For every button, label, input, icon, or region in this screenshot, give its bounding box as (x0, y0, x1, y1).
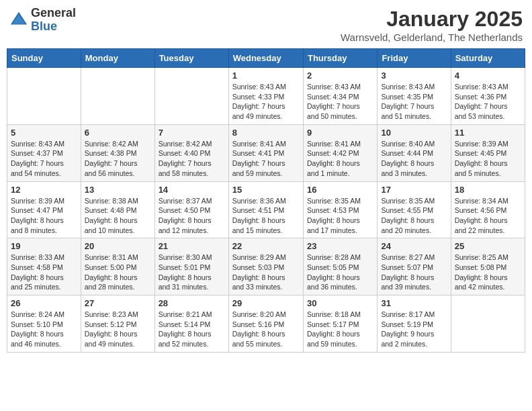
location-subtitle: Warnsveld, Gelderland, The Netherlands (341, 32, 523, 43)
day-number: 24 (381, 241, 447, 251)
month-year-title: January 2025 (341, 7, 523, 32)
calendar-header: SundayMondayTuesdayWednesdayThursdayFrid… (7, 49, 525, 68)
page-header: General Blue January 2025 Warnsveld, Gel… (7, 7, 525, 43)
calendar-cell: 19Sunrise: 8:33 AM Sunset: 4:58 PM Dayli… (7, 238, 81, 295)
day-number: 23 (307, 241, 373, 251)
day-info: Sunrise: 8:29 AM Sunset: 5:03 PM Dayligh… (232, 253, 300, 292)
day-info: Sunrise: 8:43 AM Sunset: 4:36 PM Dayligh… (455, 82, 521, 122)
calendar-cell: 8Sunrise: 8:41 AM Sunset: 4:41 PM Daylig… (228, 124, 303, 181)
calendar-cell: 10Sunrise: 8:40 AM Sunset: 4:44 PM Dayli… (378, 124, 451, 181)
day-info: Sunrise: 8:37 AM Sunset: 4:50 PM Dayligh… (159, 196, 225, 236)
calendar-cell: 5Sunrise: 8:43 AM Sunset: 4:37 PM Daylig… (7, 124, 81, 181)
calendar-cell (451, 295, 525, 353)
day-info: Sunrise: 8:25 AM Sunset: 5:08 PM Dayligh… (455, 253, 521, 292)
calendar-cell: 25Sunrise: 8:25 AM Sunset: 5:08 PM Dayli… (451, 238, 525, 295)
logo-general-text: General (31, 7, 76, 20)
calendar-cell: 24Sunrise: 8:27 AM Sunset: 5:07 PM Dayli… (378, 238, 451, 295)
calendar-cell (154, 68, 228, 125)
day-info: Sunrise: 8:23 AM Sunset: 5:12 PM Dayligh… (85, 310, 151, 349)
day-number: 2 (307, 71, 373, 81)
calendar-cell: 6Sunrise: 8:42 AM Sunset: 4:38 PM Daylig… (81, 124, 154, 181)
calendar-cell: 20Sunrise: 8:31 AM Sunset: 5:00 PM Dayli… (81, 238, 154, 295)
weekday-header-wednesday: Wednesday (228, 49, 303, 68)
calendar-cell: 12Sunrise: 8:39 AM Sunset: 4:47 PM Dayli… (7, 181, 81, 238)
day-number: 4 (455, 71, 521, 81)
day-number: 19 (11, 241, 77, 251)
calendar-cell: 30Sunrise: 8:18 AM Sunset: 5:17 PM Dayli… (303, 295, 377, 353)
calendar-cell: 16Sunrise: 8:35 AM Sunset: 4:53 PM Dayli… (303, 181, 377, 238)
calendar-cell: 11Sunrise: 8:39 AM Sunset: 4:45 PM Dayli… (451, 124, 525, 181)
calendar-cell: 29Sunrise: 8:20 AM Sunset: 5:16 PM Dayli… (228, 295, 303, 353)
day-info: Sunrise: 8:35 AM Sunset: 4:53 PM Dayligh… (307, 196, 373, 236)
day-number: 27 (85, 298, 151, 308)
day-number: 10 (381, 128, 447, 138)
logo: General Blue (9, 7, 76, 34)
day-number: 30 (307, 298, 373, 308)
day-number: 3 (381, 71, 447, 81)
day-info: Sunrise: 8:28 AM Sunset: 5:05 PM Dayligh… (307, 253, 373, 292)
day-number: 13 (85, 185, 151, 195)
calendar-table: SundayMondayTuesdayWednesdayThursdayFrid… (7, 48, 525, 353)
day-info: Sunrise: 8:42 AM Sunset: 4:40 PM Dayligh… (159, 139, 225, 179)
calendar-cell: 15Sunrise: 8:36 AM Sunset: 4:51 PM Dayli… (228, 181, 303, 238)
day-info: Sunrise: 8:27 AM Sunset: 5:07 PM Dayligh… (381, 253, 447, 292)
calendar-week-row: 1Sunrise: 8:43 AM Sunset: 4:33 PM Daylig… (7, 68, 525, 125)
day-info: Sunrise: 8:40 AM Sunset: 4:44 PM Dayligh… (381, 139, 447, 179)
calendar-cell: 13Sunrise: 8:38 AM Sunset: 4:48 PM Dayli… (81, 181, 154, 238)
day-number: 20 (85, 241, 151, 251)
day-number: 9 (307, 128, 373, 138)
calendar-cell: 31Sunrise: 8:17 AM Sunset: 5:19 PM Dayli… (378, 295, 451, 353)
day-number: 31 (381, 298, 447, 308)
day-number: 22 (232, 241, 300, 251)
calendar-week-row: 12Sunrise: 8:39 AM Sunset: 4:47 PM Dayli… (7, 181, 525, 238)
calendar-cell: 3Sunrise: 8:43 AM Sunset: 4:35 PM Daylig… (378, 68, 451, 125)
day-info: Sunrise: 8:20 AM Sunset: 5:16 PM Dayligh… (232, 310, 300, 349)
day-info: Sunrise: 8:42 AM Sunset: 4:38 PM Dayligh… (85, 139, 151, 179)
calendar-cell: 14Sunrise: 8:37 AM Sunset: 4:50 PM Dayli… (154, 181, 228, 238)
calendar-cell: 18Sunrise: 8:34 AM Sunset: 4:56 PM Dayli… (451, 181, 525, 238)
calendar-week-row: 5Sunrise: 8:43 AM Sunset: 4:37 PM Daylig… (7, 124, 525, 181)
day-info: Sunrise: 8:43 AM Sunset: 4:37 PM Dayligh… (11, 139, 77, 179)
calendar-cell: 1Sunrise: 8:43 AM Sunset: 4:33 PM Daylig… (228, 68, 303, 125)
day-info: Sunrise: 8:43 AM Sunset: 4:33 PM Dayligh… (232, 82, 300, 122)
calendar-cell: 2Sunrise: 8:43 AM Sunset: 4:34 PM Daylig… (303, 68, 377, 125)
day-info: Sunrise: 8:39 AM Sunset: 4:47 PM Dayligh… (11, 196, 77, 236)
calendar-body: 1Sunrise: 8:43 AM Sunset: 4:33 PM Daylig… (7, 68, 525, 353)
calendar-cell: 28Sunrise: 8:21 AM Sunset: 5:14 PM Dayli… (154, 295, 228, 353)
day-number: 14 (159, 185, 225, 195)
day-number: 6 (85, 128, 151, 138)
logo-blue-text: Blue (31, 20, 76, 34)
day-number: 16 (307, 185, 373, 195)
day-info: Sunrise: 8:43 AM Sunset: 4:34 PM Dayligh… (307, 82, 373, 122)
day-number: 18 (455, 185, 521, 195)
title-block: January 2025 Warnsveld, Gelderland, The … (341, 7, 523, 43)
calendar-cell: 9Sunrise: 8:41 AM Sunset: 4:42 PM Daylig… (303, 124, 377, 181)
calendar-cell (81, 68, 154, 125)
weekday-header-friday: Friday (378, 49, 451, 68)
day-number: 29 (232, 298, 300, 308)
day-info: Sunrise: 8:43 AM Sunset: 4:35 PM Dayligh… (381, 82, 447, 122)
day-info: Sunrise: 8:18 AM Sunset: 5:17 PM Dayligh… (307, 310, 373, 349)
day-info: Sunrise: 8:21 AM Sunset: 5:14 PM Dayligh… (159, 310, 225, 349)
day-info: Sunrise: 8:33 AM Sunset: 4:58 PM Dayligh… (11, 253, 77, 292)
day-info: Sunrise: 8:35 AM Sunset: 4:55 PM Dayligh… (381, 196, 447, 236)
calendar-cell: 4Sunrise: 8:43 AM Sunset: 4:36 PM Daylig… (451, 68, 525, 125)
day-number: 28 (159, 298, 225, 308)
calendar-cell: 23Sunrise: 8:28 AM Sunset: 5:05 PM Dayli… (303, 238, 377, 295)
calendar-cell: 21Sunrise: 8:30 AM Sunset: 5:01 PM Dayli… (154, 238, 228, 295)
calendar-cell: 27Sunrise: 8:23 AM Sunset: 5:12 PM Dayli… (81, 295, 154, 353)
day-info: Sunrise: 8:38 AM Sunset: 4:48 PM Dayligh… (85, 196, 151, 236)
weekday-header-monday: Monday (81, 49, 154, 68)
day-info: Sunrise: 8:34 AM Sunset: 4:56 PM Dayligh… (455, 196, 521, 236)
calendar-cell (7, 68, 81, 125)
weekday-header-thursday: Thursday (303, 49, 377, 68)
calendar-cell: 22Sunrise: 8:29 AM Sunset: 5:03 PM Dayli… (228, 238, 303, 295)
logo-icon (9, 11, 28, 30)
day-number: 8 (232, 128, 300, 138)
day-number: 12 (11, 185, 77, 195)
calendar-cell: 17Sunrise: 8:35 AM Sunset: 4:55 PM Dayli… (378, 181, 451, 238)
calendar-cell: 26Sunrise: 8:24 AM Sunset: 5:10 PM Dayli… (7, 295, 81, 353)
calendar-week-row: 19Sunrise: 8:33 AM Sunset: 4:58 PM Dayli… (7, 238, 525, 295)
logo-text: General Blue (31, 7, 76, 34)
day-info: Sunrise: 8:30 AM Sunset: 5:01 PM Dayligh… (159, 253, 225, 292)
